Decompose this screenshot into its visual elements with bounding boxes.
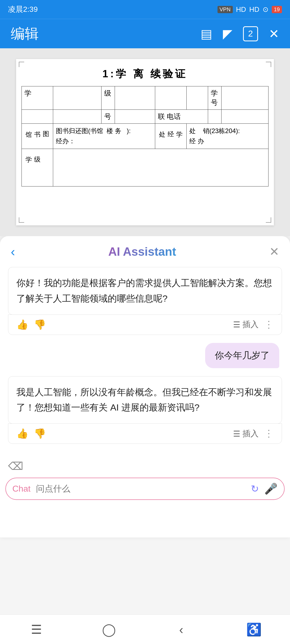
document-area: 1:学 离 续验证 学 级 学号 号 (0, 48, 290, 236)
insert-icon-2: ☰ (233, 429, 240, 438)
close-icon[interactable]: ✕ (269, 27, 279, 41)
battery-indicator: 19 (272, 6, 282, 13)
ai-panel-title: AI Assistant (108, 245, 176, 258)
tab-count-badge[interactable]: 2 (243, 26, 258, 41)
cell-xuehao-val (222, 86, 269, 110)
bottom-nav: ☰ ◯ ‹ ♿ (0, 614, 290, 644)
cell-library-content: 图书归还图(书馆 楼 务 ):经办： (53, 124, 155, 149)
ai-panel-header: ‹ AI Assistant ✕ (0, 236, 290, 262)
jixue-rotate: 级学 (24, 151, 42, 152)
insert-label-2: 插入 (242, 428, 259, 439)
chat-area: 你好！我的功能是根据客户的需求提供人工智能解决方案。您想了解关于人工智能领域的哪… (0, 262, 290, 457)
status-time: 凌晨2:39 (8, 4, 38, 14)
cell-r2-4 (115, 110, 155, 124)
cell-jixue-content (53, 149, 269, 186)
cell-r2-8 (222, 110, 269, 124)
grid-icon[interactable]: ◤ (223, 27, 232, 41)
status-right: VPN HD HD ⊙ 19 (218, 5, 282, 14)
signal-hd1: HD (236, 5, 246, 14)
xueji-rotate: 学经处 (158, 126, 184, 127)
cell-empty4 (187, 86, 208, 110)
ai-panel: ‹ AI Assistant ✕ 你好！我的功能是根据客户的需求提供人工智能解决… (0, 236, 290, 537)
thumbs-down-icon-2[interactable]: 👎 (34, 428, 46, 439)
bot-message-2: 我是人工智能，所以没有年龄概念。但我已经在不断学习和发展了！您想知道一些有关 A… (8, 376, 282, 424)
chat-input[interactable] (36, 484, 245, 494)
bot-message-1: 你好！我的功能是根据客户的需求提供人工智能解决方案。您想了解关于人工智能领域的哪… (8, 267, 282, 315)
status-bar: 凌晨2:39 VPN HD HD ⊙ 19 (0, 0, 290, 19)
corner-br (266, 217, 271, 223)
insert-label-1: 插入 (242, 319, 259, 330)
wifi-icon: ⊙ (263, 5, 269, 14)
corner-tl (19, 62, 24, 67)
xuehao-label: 学号 (211, 89, 218, 107)
more-button-1[interactable]: ⋮ (264, 319, 274, 330)
more-button-2[interactable]: ⋮ (264, 428, 274, 439)
cell-xue: 学 (22, 86, 53, 110)
nav-back-button[interactable]: ‹ (171, 619, 192, 640)
document-page: 1:学 离 续验证 学 级 学号 号 (16, 59, 274, 225)
form-table: 学 级 学号 号 联 电话 (21, 86, 269, 186)
document-title: 1:学 离 续验证 (21, 67, 269, 81)
user-message-wrap: 你今年几岁了 (8, 343, 282, 368)
eraser-button[interactable]: ⌫ (0, 457, 290, 475)
cell-jixue-label: 级学 (22, 149, 53, 186)
toolbar: 编辑 ▤ ◤ 2 ✕ (0, 19, 290, 48)
thumbs-down-icon-1[interactable]: 👎 (34, 319, 46, 330)
cell-xuehao-label: 学号 (208, 86, 222, 110)
layout-icon[interactable]: ▤ (201, 27, 212, 41)
nav-accessibility-button[interactable]: ♿ (243, 619, 264, 640)
user-message-1: 你今年几岁了 (205, 343, 279, 368)
cell-r2-1 (22, 110, 53, 124)
ai-close-button[interactable]: ✕ (269, 245, 279, 258)
eraser-icon: ⌫ (8, 460, 23, 472)
signal-hd2: HD (249, 5, 259, 14)
vpn-indicator: VPN (218, 6, 233, 13)
insert-button-2[interactable]: ☰ 插入 (233, 428, 259, 439)
corner-tr (266, 62, 271, 67)
cell-empty1 (53, 86, 102, 110)
chat-label: Chat (12, 484, 31, 494)
xueji-content: 处 销(23栋204):经 办 (189, 126, 266, 147)
bot-msg1-actions: 👍 👎 ☰ 插入 ⋮ (8, 314, 282, 335)
cell-empty3 (155, 86, 187, 110)
xue-label: 学 (24, 89, 31, 97)
chat-input-area: Chat ↻ 🎤 (5, 478, 285, 500)
cell-xueji-content: 处 销(23栋204):经 办 (187, 124, 269, 149)
cell-xueji-label: 学经处 (155, 124, 187, 149)
nav-home-button[interactable]: ◯ (98, 619, 119, 640)
nav-menu-button[interactable]: ☰ (26, 619, 47, 640)
microphone-icon[interactable]: 🎤 (264, 482, 278, 495)
ai-back-button[interactable]: ‹ (11, 244, 15, 259)
thumbs-up-icon-2[interactable]: 👍 (16, 428, 28, 439)
library-content: 图书归还图(书馆 楼 务 ):经办： (56, 126, 152, 147)
toolbar-title: 编辑 (11, 24, 39, 43)
insert-icon-1: ☰ (233, 320, 240, 329)
history-icon[interactable]: ↻ (251, 483, 259, 495)
bot-msg2-actions: 👍 👎 ☰ 插入 ⋮ (8, 423, 282, 444)
hao-label: 号 (104, 112, 111, 120)
ji-label: 级 (104, 89, 111, 97)
thumbs-up-icon-1[interactable]: 👍 (16, 319, 28, 330)
cell-ji: 级 (102, 86, 115, 110)
cell-r2-2 (53, 110, 102, 124)
cell-empty2 (115, 86, 155, 110)
library-rotate-text: 图书馆 (24, 126, 50, 127)
toolbar-icons: ▤ ◤ 2 ✕ (201, 26, 279, 41)
cell-r2-7 (208, 110, 222, 124)
cell-lianxidianhua: 联 电话 (155, 110, 208, 124)
cell-hao: 号 (102, 110, 115, 124)
insert-button-1[interactable]: ☰ 插入 (233, 319, 259, 330)
cell-library-label: 图书馆 (22, 124, 53, 149)
corner-bl (19, 217, 24, 223)
contact-label: 联 电话 (158, 112, 181, 120)
